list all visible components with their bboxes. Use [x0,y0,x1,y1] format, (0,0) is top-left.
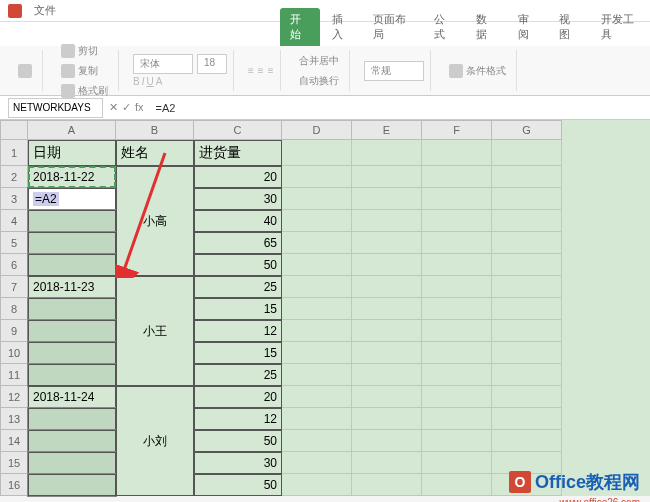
underline-button[interactable]: U [146,76,153,87]
cell[interactable] [282,364,352,386]
cell[interactable] [492,232,562,254]
cell[interactable] [282,386,352,408]
row-header[interactable]: 1 [0,140,28,166]
cell-a14[interactable] [28,430,116,452]
align-right-icon[interactable]: ≡ [268,65,274,76]
cell-a1[interactable]: 日期 [28,140,116,166]
row-header[interactable]: 12 [0,386,28,408]
number-format-select[interactable]: 常规 [364,61,424,81]
cell[interactable] [282,298,352,320]
cell-a13[interactable] [28,408,116,430]
cell-c8[interactable]: 15 [194,298,282,320]
cell[interactable] [352,430,422,452]
cell[interactable] [492,386,562,408]
col-header-e[interactable]: E [352,120,422,140]
font-size-select[interactable]: 18 [197,54,227,74]
cell-a2[interactable]: 2018-11-22 [28,166,116,188]
cell[interactable] [352,254,422,276]
cell[interactable] [282,188,352,210]
cell[interactable] [422,276,492,298]
cell-a5[interactable] [28,232,116,254]
cell[interactable] [422,320,492,342]
cell[interactable] [422,140,492,166]
tab-data[interactable]: 数据 [466,8,506,46]
cell[interactable] [422,386,492,408]
cell[interactable] [352,342,422,364]
cell[interactable] [352,474,422,496]
tab-layout[interactable]: 页面布局 [363,8,422,46]
cell-b7-merged[interactable]: 小王 [116,276,194,386]
row-header[interactable]: 6 [0,254,28,276]
row-header[interactable]: 10 [0,342,28,364]
cell[interactable] [352,276,422,298]
cell[interactable] [422,474,492,496]
tab-start[interactable]: 开始 [280,8,320,46]
row-header[interactable]: 11 [0,364,28,386]
cell-c2[interactable]: 20 [194,166,282,188]
row-header[interactable]: 16 [0,474,28,496]
tab-formula[interactable]: 公式 [424,8,464,46]
col-header-a[interactable]: A [28,120,116,140]
cell-a7[interactable]: 2018-11-23 [28,276,116,298]
cell[interactable] [282,254,352,276]
cell[interactable] [352,452,422,474]
cell-b12-merged[interactable]: 小刘 [116,386,194,496]
cell[interactable] [352,320,422,342]
cell[interactable] [492,320,562,342]
cell[interactable] [352,232,422,254]
cell[interactable] [282,140,352,166]
cell-b2-merged[interactable]: 小高 [116,166,194,276]
cell-a11[interactable] [28,364,116,386]
row-header[interactable]: 15 [0,452,28,474]
col-header-c[interactable]: C [194,120,282,140]
name-box[interactable]: NETWORKDAYS [8,98,103,118]
cell-c15[interactable]: 30 [194,452,282,474]
cell-a10[interactable] [28,342,116,364]
confirm-icon[interactable]: ✓ [122,101,131,114]
tab-review[interactable]: 审阅 [508,8,548,46]
bold-button[interactable]: B [133,76,140,87]
cell[interactable] [422,232,492,254]
row-header[interactable]: 3 [0,188,28,210]
cell[interactable] [492,210,562,232]
cell-c7[interactable]: 25 [194,276,282,298]
tab-dev[interactable]: 开发工具 [591,8,650,46]
row-header[interactable]: 5 [0,232,28,254]
cell[interactable] [492,364,562,386]
cell-b1[interactable]: 姓名 [116,140,194,166]
cond-format-button[interactable]: 条件格式 [445,62,510,80]
cell[interactable] [282,474,352,496]
cell[interactable] [352,408,422,430]
font-color-button[interactable]: A [156,76,163,87]
cell-a4[interactable] [28,210,116,232]
cell[interactable] [422,254,492,276]
row-header[interactable]: 4 [0,210,28,232]
cell-c10[interactable]: 15 [194,342,282,364]
wrap-button[interactable]: 自动换行 [295,72,343,90]
cell-c3[interactable]: 30 [194,188,282,210]
cell[interactable] [282,342,352,364]
cell[interactable] [282,408,352,430]
cell[interactable] [352,166,422,188]
cell[interactable] [492,342,562,364]
select-all-corner[interactable] [0,120,28,140]
row-header[interactable]: 7 [0,276,28,298]
cell[interactable] [492,408,562,430]
col-header-g[interactable]: G [492,120,562,140]
cell[interactable] [422,188,492,210]
cancel-icon[interactable]: ✕ [109,101,118,114]
col-header-b[interactable]: B [116,120,194,140]
file-menu[interactable]: 文件 [34,3,56,18]
col-header-d[interactable]: D [282,120,352,140]
cell[interactable] [282,452,352,474]
paste-button[interactable] [14,62,36,80]
cell[interactable] [492,276,562,298]
cell-a8[interactable] [28,298,116,320]
cell[interactable] [352,210,422,232]
cell-c14[interactable]: 50 [194,430,282,452]
cell-c4[interactable]: 40 [194,210,282,232]
italic-button[interactable]: I [142,76,145,87]
cell[interactable] [492,430,562,452]
cell-c1[interactable]: 进货量 [194,140,282,166]
cell-c11[interactable]: 25 [194,364,282,386]
